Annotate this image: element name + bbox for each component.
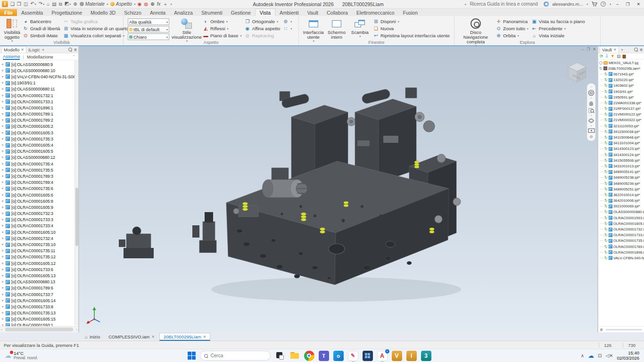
vault-file-item[interactable]: ↻ OLRAC00001896.ipt*	[599, 249, 644, 255]
tree-item[interactable]: + [o]:OLASS00000880:13	[1, 279, 78, 285]
hidden-icons-chevron[interactable]: ∧	[581, 353, 584, 358]
tab-ambienti[interactable]: Ambienti	[275, 9, 303, 16]
scrollbar-thumb[interactable]	[75, 188, 78, 246]
tree-item[interactable]: + [o]:OLRAC00001732:3	[1, 211, 78, 217]
tab-assembla[interactable]: Assembla	[17, 9, 47, 16]
expand-icon[interactable]: +	[1, 137, 4, 141]
tree-item[interactable]: + [o]:OLRAC00001605:3	[1, 130, 78, 136]
chevron-down-icon[interactable]: ▾	[586, 2, 588, 6]
tree-item[interactable]: + [o]:OLRAC00001735:5	[1, 167, 78, 173]
store-cart-icon[interactable]	[591, 1, 597, 7]
task-view-icon[interactable]	[275, 351, 285, 361]
tab-analizza[interactable]: Analizza	[170, 9, 197, 16]
browser-tab-ilogic[interactable]: iLogic	[28, 47, 40, 52]
material-combo[interactable]: Materiale ▾	[80, 1, 108, 7]
teams-icon[interactable]: T	[319, 351, 329, 361]
vault-file-item[interactable]: ↻ 3489005141.ipt*	[599, 169, 644, 175]
collapse-icon[interactable]: ⌃	[72, 55, 75, 59]
chevron-right-icon[interactable]: ▸	[465, 2, 466, 6]
taskbar-search-input[interactable]	[211, 353, 258, 358]
visualizza-colori-separati-button[interactable]: ▦Visualizza colori separati▾	[63, 32, 132, 39]
tree-item[interactable]: + [o]:OLRAC00001735:12	[1, 254, 78, 260]
tree-item[interactable]: + [o]:OLRAC00001733:6	[1, 266, 78, 272]
restore-button[interactable]: ❐	[624, 2, 631, 7]
design-app-icon[interactable]: ✎	[348, 351, 358, 361]
ibl-combo[interactable]: IBL di default▾	[128, 26, 169, 33]
parameters-button[interactable]: fx	[157, 1, 161, 8]
tree-item[interactable]: + [o]:OLRAC00001733:1	[1, 99, 78, 105]
close-icon[interactable]: ✕	[21, 48, 24, 52]
ripristina-layout-button[interactable]: ↩Ripristina layout interfaccia utente	[373, 32, 450, 39]
tree-item[interactable]: + [o]:OLRAC00001605:15	[1, 316, 78, 322]
orbit-icon[interactable]	[588, 117, 594, 124]
tree-item[interactable]: + [o]:OLRAC00001733:8	[1, 304, 78, 310]
tab-progettazione[interactable]: Progettazione	[47, 9, 86, 16]
expand-icon[interactable]: +	[1, 304, 4, 309]
expand-icon[interactable]: +	[1, 162, 4, 166]
viewport[interactable]: – ❐ ✕	[79, 46, 597, 332]
menu-icon[interactable]: ≡	[600, 327, 603, 332]
tree-item[interactable]: + [o]:OLRAC00001789:3	[1, 173, 78, 179]
taskbar-search[interactable]	[200, 351, 271, 361]
expand-icon[interactable]: +	[1, 261, 4, 266]
close-icon[interactable]: ✕	[613, 48, 617, 52]
vault-file-item[interactable]: ↻ OLRAC00001789.ipt*	[599, 244, 644, 249]
quality-combo[interactable]: Alta qualità▾	[128, 18, 169, 25]
zoom-tutto-button[interactable]: ⊙Zoom tutto▾	[495, 25, 528, 32]
vista-sezione-quarto-button[interactable]: ⊞Vista in sezione di un quarto▾	[63, 25, 132, 32]
vault-file-item[interactable]: ↻ 3642010006.ipt*	[599, 198, 644, 204]
vista-su-faccia-button[interactable]: ▣Vista su faccia o piano	[531, 18, 585, 25]
tree-item[interactable]: + [o]:OLRAC00001605:5	[1, 148, 78, 155]
doc-tab-complessivo[interactable]: COMPLESSIVO.iam✕	[105, 333, 158, 341]
tree-item[interactable]: + [o]:OLRAC00001733:3	[1, 217, 78, 223]
expand-icon[interactable]: +	[1, 317, 4, 321]
vault-file-item[interactable]: ↻ 21RF000137.ipt*	[599, 106, 644, 112]
vault-horizontal-scrollbar[interactable]	[606, 329, 642, 330]
calculator-icon[interactable]	[363, 351, 373, 361]
expand-icon[interactable]: +	[1, 298, 4, 303]
cast-icon[interactable]: ⊡	[598, 353, 602, 358]
view-cube[interactable]: DESTRA RETRO	[563, 58, 591, 86]
vault-file-item[interactable]: ↻ 1903/91.ipt*	[599, 89, 644, 94]
expand-icon[interactable]: +	[1, 87, 4, 91]
vault-file-item[interactable]: ↻ 3414300124.ipt*	[599, 152, 644, 157]
file-explorer-icon[interactable]	[289, 351, 300, 361]
tree-item[interactable]: + [o]:OLRAC00001605:6	[1, 192, 78, 198]
vault-file-item[interactable]: ↻ 3921000069.ipt*	[599, 204, 644, 209]
tree-item[interactable]: + [o]:1903/91:1	[1, 80, 78, 86]
close-icon[interactable]: ✕	[151, 335, 155, 339]
vault-file-item[interactable]: ↻ OLRAC00001735.ipt*	[599, 238, 644, 244]
inventor-app-icon[interactable]: I	[406, 351, 417, 361]
weather-widget[interactable]: ☁ 14°C Preval. nuvol.	[5, 351, 38, 360]
chrome-icon[interactable]	[304, 351, 314, 361]
component-icon[interactable]: ◩▾	[65, 0, 71, 8]
baricentro-button[interactable]: ◕Baricentro	[23, 18, 60, 25]
tab-schizzo[interactable]: Schizzo	[120, 9, 146, 16]
vault-file-item[interactable]: ↻ 3622010014.ipt*	[599, 192, 644, 197]
help-icon[interactable]: ?	[601, 1, 606, 7]
clear-appearance-icon[interactable]: ◍	[144, 1, 149, 8]
home-icon[interactable]: ⌂	[47, 1, 50, 8]
tree-item[interactable]: + [o]:OLRAC00001605:4	[1, 142, 78, 148]
tree-item[interactable]: + [o]:OLRAC00001733:4	[1, 223, 78, 229]
browser-vertical-scrollbar[interactable]	[74, 60, 78, 326]
expand-icon[interactable]: +	[1, 186, 4, 191]
tree-item[interactable]: + [o]:OLRAC00001789:6	[1, 285, 78, 291]
vault-file-item[interactable]: ↻ 3413101004.ipt*	[599, 140, 644, 146]
open-icon[interactable]: ❒	[17, 1, 21, 8]
expand-icon[interactable]: +	[1, 236, 4, 241]
navigation-wheel-icon[interactable]	[588, 90, 594, 96]
refresh-icon[interactable]: ⟳	[600, 54, 603, 58]
briefcase-icon[interactable]: ▆	[623, 54, 626, 58]
vault-root-item[interactable]: MEK01_VAULT.ipj	[599, 60, 644, 66]
expand-icon[interactable]: +	[1, 273, 4, 278]
tree-item[interactable]: + [o]:OLRAC00001735:3	[1, 136, 78, 142]
filter-icon[interactable]: ▼	[611, 54, 615, 58]
expand-icon[interactable]: +	[1, 74, 4, 79]
precedente-button[interactable]: ⇤Precedente▾	[531, 25, 585, 32]
vault-file-item[interactable]: ↻ 3431001013.ipt*	[599, 163, 644, 169]
panoramica-button[interactable]: ✛Panoramica	[495, 18, 528, 25]
theme-combo[interactable]: Chiaro▾	[128, 33, 169, 40]
scroll-left-icon[interactable]: ‹	[1, 328, 2, 332]
expand-icon[interactable]: +	[1, 62, 4, 67]
